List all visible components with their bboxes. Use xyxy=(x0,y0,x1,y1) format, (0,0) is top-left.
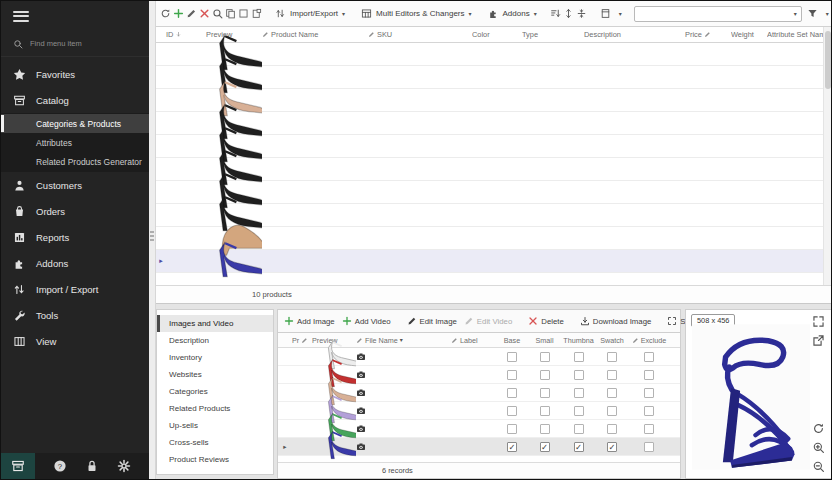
base-checkbox[interactable] xyxy=(507,370,517,380)
scrollbar-thumb[interactable] xyxy=(825,31,831,89)
small-checkbox[interactable]: ✓ xyxy=(540,442,550,452)
swatch-checkbox[interactable] xyxy=(607,352,617,362)
thumbnail-checkbox[interactable] xyxy=(574,424,584,434)
tab-inventory[interactable]: Inventory xyxy=(157,349,273,366)
copy-button[interactable] xyxy=(225,5,236,22)
fullscreen-icon[interactable] xyxy=(812,315,825,328)
sidebar-item-favorites[interactable]: Favorites xyxy=(1,61,149,87)
sidebar-item-reports[interactable]: Reports xyxy=(1,224,149,250)
swatch-checkbox[interactable] xyxy=(607,424,617,434)
sidebar-item-orders[interactable]: Orders xyxy=(1,198,149,224)
expand-all-button[interactable] xyxy=(563,5,574,22)
sidebar-item-import-export[interactable]: Import / Export xyxy=(1,276,149,302)
column-header-swatch[interactable]: Swatch xyxy=(596,336,628,345)
column-header-id[interactable]: ID xyxy=(166,30,206,39)
hamburger-menu-button[interactable] xyxy=(1,1,149,31)
sort-az-button[interactable] xyxy=(550,5,561,22)
base-checkbox[interactable] xyxy=(507,388,517,398)
tab-cross-sells[interactable]: Cross-sells xyxy=(157,434,273,451)
open-external-icon[interactable] xyxy=(812,334,825,347)
add-video-button[interactable]: Add Video xyxy=(340,316,393,326)
small-checkbox[interactable] xyxy=(540,424,550,434)
sidebar-item-view[interactable]: View xyxy=(1,328,149,354)
exclude-checkbox[interactable] xyxy=(644,370,654,380)
base-checkbox[interactable] xyxy=(507,406,517,416)
exclude-checkbox[interactable] xyxy=(644,352,654,362)
column-header-description[interactable]: Description xyxy=(584,30,685,39)
tab-categories[interactable]: Categories xyxy=(157,383,273,400)
column-header-label[interactable]: Label xyxy=(451,336,496,345)
column-header-color[interactable]: Color xyxy=(472,30,522,39)
small-checkbox[interactable] xyxy=(540,388,550,398)
sidebar-item-customers[interactable]: Customers xyxy=(1,172,149,198)
base-checkbox[interactable] xyxy=(507,352,517,362)
column-header-weight[interactable]: Weight xyxy=(731,30,767,39)
menu-filters[interactable]: ▾ xyxy=(804,8,832,19)
base-checkbox[interactable]: ✓ xyxy=(507,442,517,452)
swatch-checkbox[interactable]: ✓ xyxy=(607,442,617,452)
sidebar-item-categories-products[interactable]: Categories & Products xyxy=(1,114,149,133)
gear-button[interactable] xyxy=(117,459,131,473)
column-header-attribute-set-name[interactable]: Attribute Set Name xyxy=(767,30,825,39)
menu-view[interactable]: ▾ xyxy=(597,8,625,19)
thumbnail-checkbox[interactable]: ✓ xyxy=(574,442,584,452)
column-header-exclude[interactable]: Exclude xyxy=(628,336,670,345)
column-header-type[interactable]: Type xyxy=(522,30,584,39)
search-button[interactable] xyxy=(212,5,223,22)
column-header-pr[interactable]: Pr xyxy=(292,336,312,345)
app-logo-tile[interactable] xyxy=(1,453,35,479)
edit-image-button[interactable]: Edit Image xyxy=(405,316,459,326)
thumbnail-checkbox[interactable] xyxy=(574,352,584,362)
grid-vertical-scrollbar[interactable] xyxy=(823,27,831,285)
delete-button[interactable] xyxy=(199,5,210,22)
sidebar-item-catalog[interactable]: Catalog xyxy=(1,87,149,113)
exclude-checkbox[interactable] xyxy=(644,406,654,416)
tab-up-sells[interactable]: Up-sells xyxy=(157,417,273,434)
help-button[interactable]: ? xyxy=(53,459,67,473)
menu-addons[interactable]: Addons▾ xyxy=(485,8,540,19)
column-header-price[interactable]: Price xyxy=(685,30,731,39)
swatch-checkbox[interactable] xyxy=(607,370,617,380)
add-image-button[interactable]: Add Image xyxy=(282,316,337,326)
small-checkbox[interactable] xyxy=(540,352,550,362)
column-header-sku[interactable]: SKU xyxy=(368,30,472,39)
swatch-checkbox[interactable] xyxy=(607,406,617,416)
collapse-all-button[interactable] xyxy=(576,5,587,22)
tab-images-and-video[interactable]: Images and Video xyxy=(157,315,273,332)
menu-multi-editors-changers[interactable]: Multi Editors & Changers▾ xyxy=(358,8,475,19)
refresh-button[interactable] xyxy=(160,5,171,22)
swatch-checkbox[interactable] xyxy=(607,388,617,398)
small-checkbox[interactable] xyxy=(540,406,550,416)
column-header-product-name[interactable]: Product Name xyxy=(262,30,368,39)
sidebar-item-attributes[interactable]: Attributes xyxy=(1,133,149,152)
sidebar-item-addons[interactable]: Addons xyxy=(1,250,149,276)
base-checkbox[interactable] xyxy=(507,424,517,434)
thumbnail-checkbox[interactable] xyxy=(574,406,584,416)
select-button[interactable] xyxy=(238,5,249,22)
tab-websites[interactable]: Websites xyxy=(157,366,273,383)
tab-description[interactable]: Description xyxy=(157,332,273,349)
column-header-thumbna[interactable]: Thumbna xyxy=(561,336,596,345)
delete-button[interactable]: Delete xyxy=(526,316,566,326)
menu-search-input[interactable] xyxy=(30,39,130,48)
download-image-button[interactable]: Download Image xyxy=(578,316,654,326)
zoom-out-icon[interactable] xyxy=(812,460,825,473)
tab-product-reviews[interactable]: Product Reviews xyxy=(157,451,273,468)
exclude-checkbox[interactable] xyxy=(644,388,654,398)
paste-button[interactable] xyxy=(251,5,262,22)
menu-import-export[interactable]: Import/Export▾ xyxy=(272,8,348,19)
image-row[interactable]: ▸✓✓✓✓ xyxy=(278,438,680,456)
column-header-file-name[interactable]: File Name▾ xyxy=(356,336,451,345)
lock-button[interactable] xyxy=(85,459,99,473)
tab-related-products[interactable]: Related Products xyxy=(157,400,273,417)
exclude-checkbox[interactable] xyxy=(644,424,654,434)
sidebar-splitter[interactable] xyxy=(149,1,156,479)
thumbnail-checkbox[interactable] xyxy=(574,370,584,380)
column-header-base[interactable]: Base xyxy=(496,336,528,345)
thumbnail-checkbox[interactable] xyxy=(574,388,584,398)
filter-select[interactable]: ▾ xyxy=(634,6,802,22)
sidebar-item-related-products-generator[interactable]: Related Products Generator xyxy=(1,152,149,171)
edit-button[interactable] xyxy=(186,5,197,22)
edit-video-button[interactable]: Edit Video xyxy=(462,316,514,326)
small-checkbox[interactable] xyxy=(540,370,550,380)
